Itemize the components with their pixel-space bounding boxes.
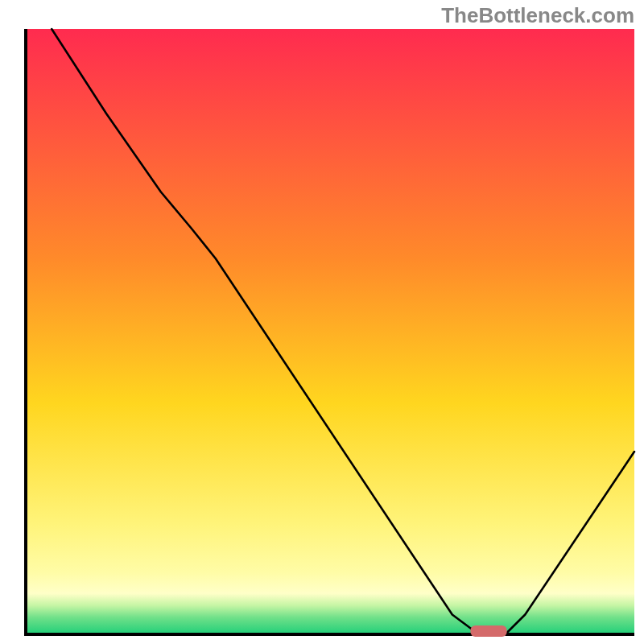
bottleneck-chart [0,0,644,644]
optimal-range-marker [470,625,506,637]
axis-left [24,29,27,636]
axis-bottom [24,633,634,636]
plot-background [27,29,634,633]
chart-container: TheBottleneck.com [0,0,644,644]
watermark-text: TheBottleneck.com [441,3,634,28]
